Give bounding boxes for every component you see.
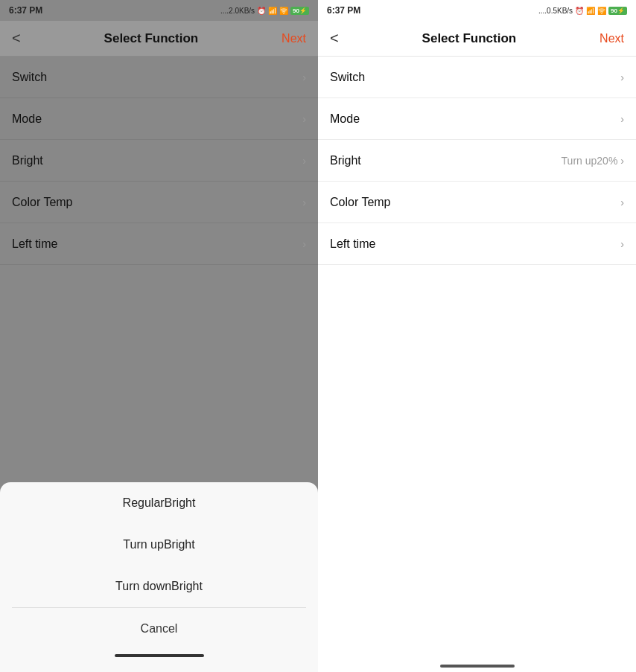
left-home-indicator xyxy=(0,650,318,657)
right-status-bar: 6:37 PM ....0.5KB/s ⏰ 📶 🛜 90⚡ xyxy=(318,0,636,21)
right-list-item-lefttime[interactable]: Left time › xyxy=(318,223,636,265)
right-signal-bars-icon: 📶 xyxy=(586,7,595,15)
left-home-bar xyxy=(115,654,204,657)
right-back-button[interactable]: < xyxy=(330,30,339,47)
right-bright-value: Turn up20% xyxy=(562,155,618,167)
right-status-right: ....0.5KB/s ⏰ 📶 🛜 90⚡ xyxy=(538,7,627,15)
right-list-item-colortemp[interactable]: Color Temp › xyxy=(318,182,636,223)
left-back-button[interactable]: < xyxy=(12,30,21,47)
left-phone: 6:37 PM ....2.0KB/s ⏰ 📶 🛜 90⚡ < Select F… xyxy=(0,0,318,672)
left-clock-icon: ⏰ xyxy=(257,7,266,15)
left-list-item-switch[interactable]: Switch › xyxy=(0,57,318,98)
left-bright-chevron: › xyxy=(302,155,306,167)
left-signal-bars-icon: 📶 xyxy=(268,7,277,15)
left-list-item-colortemp[interactable]: Color Temp › xyxy=(0,182,318,223)
right-page-title: Select Function xyxy=(422,31,517,46)
right-mode-chevron: › xyxy=(620,113,624,125)
left-lefttime-right: › xyxy=(302,238,306,250)
right-next-button[interactable]: Next xyxy=(600,32,624,45)
left-status-right: ....2.0KB/s ⏰ 📶 🛜 90⚡ xyxy=(220,7,309,15)
left-next-button[interactable]: Next xyxy=(282,32,306,45)
right-home-bar xyxy=(440,665,515,668)
left-wifi-icon: 🛜 xyxy=(279,7,288,15)
right-switch-chevron: › xyxy=(620,71,624,83)
left-list-item-lefttime[interactable]: Left time › xyxy=(0,223,318,265)
left-switch-chevron: › xyxy=(302,71,306,83)
left-header: < Select Function Next xyxy=(0,21,318,57)
left-list-item-bright[interactable]: Bright › xyxy=(0,140,318,182)
left-bright-label: Bright xyxy=(12,154,43,167)
right-colortemp-chevron: › xyxy=(620,196,624,208)
left-switch-label: Switch xyxy=(12,71,47,84)
left-mode-chevron: › xyxy=(302,113,306,125)
left-status-bar: 6:37 PM ....2.0KB/s ⏰ 📶 🛜 90⚡ xyxy=(0,0,318,21)
right-wifi-icon: 🛜 xyxy=(597,7,606,15)
right-home-indicator xyxy=(318,657,636,672)
right-bright-label: Bright xyxy=(330,154,361,167)
right-lefttime-right: › xyxy=(620,238,624,250)
left-sheet-cancel-button[interactable]: Cancel xyxy=(0,608,318,650)
left-lefttime-chevron: › xyxy=(302,238,306,250)
right-colortemp-right: › xyxy=(620,196,624,208)
left-bright-right: › xyxy=(302,155,306,167)
right-clock-icon: ⏰ xyxy=(575,7,584,15)
left-sheet-option-turndown[interactable]: Turn downBright xyxy=(0,566,318,607)
right-mode-label: Mode xyxy=(330,112,360,126)
right-switch-right: › xyxy=(620,71,624,83)
left-signal: ....2.0KB/s xyxy=(220,7,255,15)
right-battery-icon: 90⚡ xyxy=(608,7,627,15)
left-time: 6:37 PM xyxy=(9,5,42,16)
right-colortemp-label: Color Temp xyxy=(330,196,391,209)
right-list-item-mode[interactable]: Mode › xyxy=(318,98,636,140)
left-list-item-mode[interactable]: Mode › xyxy=(0,98,318,140)
right-bright-chevron: › xyxy=(620,155,624,167)
right-lefttime-label: Left time xyxy=(330,237,375,251)
right-bright-right: Turn up20% › xyxy=(562,155,624,167)
left-sheet-option-turnup[interactable]: Turn upBright xyxy=(0,524,318,566)
left-switch-right: › xyxy=(302,71,306,83)
right-list-item-bright[interactable]: Bright Turn up20% › xyxy=(318,140,636,182)
left-colortemp-label: Color Temp xyxy=(12,196,73,209)
right-list: Switch › Mode › Bright Turn up20% › Colo… xyxy=(318,57,636,357)
left-page-title: Select Function xyxy=(104,31,199,46)
left-bottom-sheet: RegularBright Turn upBright Turn downBri… xyxy=(0,482,318,672)
left-colortemp-chevron: › xyxy=(302,196,306,208)
right-mode-right: › xyxy=(620,113,624,125)
right-switch-label: Switch xyxy=(330,71,365,84)
right-lefttime-chevron: › xyxy=(620,238,624,250)
right-header: < Select Function Next xyxy=(318,21,636,57)
left-lefttime-label: Left time xyxy=(12,237,57,251)
left-mode-right: › xyxy=(302,113,306,125)
left-mode-label: Mode xyxy=(12,112,42,126)
right-time: 6:37 PM xyxy=(327,5,360,16)
right-phone: 6:37 PM ....0.5KB/s ⏰ 📶 🛜 90⚡ < Select F… xyxy=(318,0,636,672)
right-list-item-switch[interactable]: Switch › xyxy=(318,57,636,98)
right-signal: ....0.5KB/s xyxy=(538,7,573,15)
left-colortemp-right: › xyxy=(302,196,306,208)
left-sheet-option-regular[interactable]: RegularBright xyxy=(0,482,318,524)
left-battery-icon: 90⚡ xyxy=(290,7,309,15)
